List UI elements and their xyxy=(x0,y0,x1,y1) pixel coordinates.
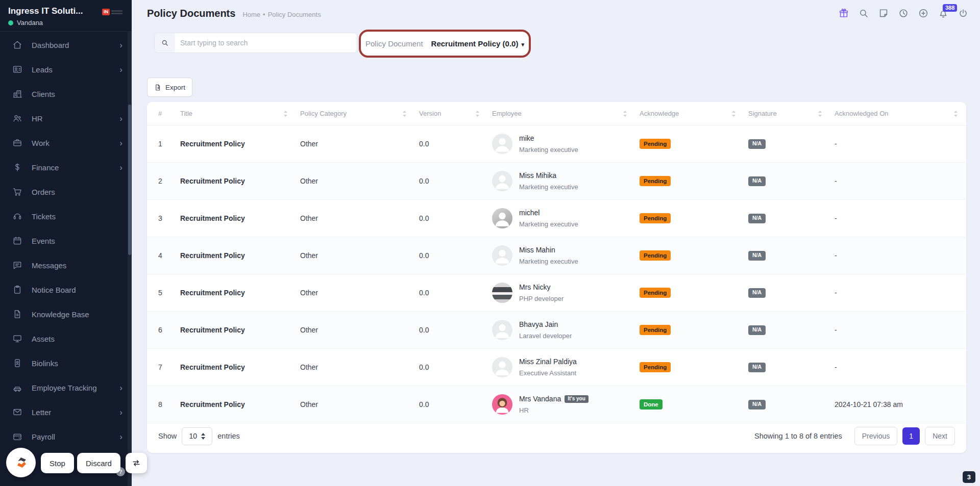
column-header[interactable]: Version xyxy=(415,110,488,117)
signature-badge: N/A xyxy=(748,400,766,410)
sidebar-item[interactable]: Notice Board › xyxy=(0,277,132,302)
avatar xyxy=(492,134,512,154)
sidebar-item[interactable]: Leads › xyxy=(0,57,132,82)
policy-title: Recruitment Policy xyxy=(176,289,296,297)
sidebar-item[interactable]: Dashboard › xyxy=(0,33,132,57)
employee-name[interactable]: Mrs Nicky xyxy=(519,283,550,291)
sidebar-item[interactable]: Finance › xyxy=(0,155,132,180)
employee-name[interactable]: michel xyxy=(519,209,540,217)
table-row[interactable]: 1 Recruitment Policy Other 0.0 mike Mark… xyxy=(147,125,966,163)
stop-button[interactable]: Stop xyxy=(41,453,74,473)
swap-arrows-button[interactable] xyxy=(126,453,147,473)
entries-summary: Showing 1 to 8 of 8 entries xyxy=(754,432,842,440)
policy-document-dropdown[interactable]: Policy Document Recruitment Policy (0.0)… xyxy=(359,30,531,58)
sidebar-item-label: Employee Tracking xyxy=(32,383,119,392)
sidebar-item[interactable]: Tickets › xyxy=(0,204,132,228)
sidebar-item-label: Work xyxy=(32,139,119,147)
acknowledge-badge: Pending xyxy=(640,176,671,186)
column-header[interactable]: # xyxy=(147,110,176,117)
employee-name[interactable]: Bhavya Jain xyxy=(519,320,558,328)
events-icon xyxy=(12,236,22,246)
sidebar-item[interactable]: Letter › xyxy=(0,400,132,424)
table-row[interactable]: 5 Recruitment Policy Other 0.0 Mrs Nicky… xyxy=(147,274,966,312)
power-icon[interactable] xyxy=(958,8,969,19)
history-icon[interactable] xyxy=(898,8,909,19)
policy-title: Recruitment Policy xyxy=(176,326,296,334)
its-you-badge: It's you xyxy=(565,395,589,403)
sidebar-item-label: Notice Board xyxy=(32,286,122,294)
column-header[interactable]: Signature xyxy=(744,110,830,117)
row-number: 2 xyxy=(147,177,176,185)
notes-icon[interactable] xyxy=(878,8,889,19)
employee-name[interactable]: mike xyxy=(519,134,534,142)
sidebar-item[interactable]: Employee Tracking › xyxy=(0,375,132,400)
table-footer: Show 10 entries Showing 1 to 8 of 8 entr… xyxy=(147,419,966,453)
employee-name[interactable]: Mrs Vandana xyxy=(519,395,561,403)
sidebar-item-label: Leads xyxy=(32,65,119,74)
column-header[interactable]: Acknowledge xyxy=(635,110,744,117)
add-icon[interactable] xyxy=(918,8,929,19)
page-size-select[interactable]: 10 xyxy=(182,427,212,445)
table-row[interactable]: 8 Recruitment Policy Other 0.0 Mrs Vanda… xyxy=(147,386,966,423)
employee-role: PHP developer xyxy=(519,295,564,302)
sidebar-item[interactable]: Knowledge Base › xyxy=(0,302,132,326)
next-page-button[interactable]: Next xyxy=(925,427,955,445)
policy-category: Other xyxy=(296,251,415,260)
table-row[interactable]: 7 Recruitment Policy Other 0.0 Miss Zina… xyxy=(147,349,966,386)
page-1-button[interactable]: 1 xyxy=(902,427,920,445)
table-row[interactable]: 4 Recruitment Policy Other 0.0 Miss Mahi… xyxy=(147,237,966,274)
sidebar-item[interactable]: Biolinks › xyxy=(0,351,132,375)
sidebar-item[interactable]: Orders › xyxy=(0,180,132,204)
notification-bell-icon[interactable]: 388 xyxy=(938,8,949,19)
column-header[interactable]: Title xyxy=(176,110,296,117)
acknowledged-on: - xyxy=(830,289,966,297)
column-header[interactable]: Employee xyxy=(488,110,635,117)
sort-icon[interactable] xyxy=(623,110,627,117)
employee-name[interactable]: Miss Mahin xyxy=(519,246,555,254)
employee-cell: Miss Zinal Paldiya Executive Assistant xyxy=(488,357,635,377)
sort-icon[interactable] xyxy=(283,110,288,117)
column-header[interactable]: Acknowledged On xyxy=(830,110,966,117)
table-row[interactable]: 3 Recruitment Policy Other 0.0 michel Ma… xyxy=(147,200,966,237)
signature-badge: N/A xyxy=(748,214,766,223)
sidebar-item[interactable]: Assets › xyxy=(0,326,132,351)
employee-name[interactable]: Miss Mihika xyxy=(519,171,556,180)
breadcrumb-home[interactable]: Home xyxy=(242,11,260,18)
policy-category: Other xyxy=(296,363,415,371)
gift-icon[interactable] xyxy=(838,8,849,19)
column-header[interactable]: Policy Category xyxy=(296,110,415,117)
acknowledged-on: - xyxy=(830,251,966,260)
policy-version: 0.0 xyxy=(415,289,488,297)
sidebar-item[interactable]: Payroll › xyxy=(0,424,132,449)
policy-title: Recruitment Policy xyxy=(176,251,296,260)
recorder-logo-button[interactable] xyxy=(6,448,36,477)
row-number: 6 xyxy=(147,326,176,334)
previous-page-button[interactable]: Previous xyxy=(854,427,897,445)
search-icon[interactable] xyxy=(858,8,869,19)
sidebar-item[interactable]: Messages › xyxy=(0,253,132,277)
policy-document-value[interactable]: Recruitment Policy (0.0)▾ xyxy=(431,39,524,48)
clients-icon xyxy=(12,89,22,99)
sort-icon[interactable] xyxy=(953,110,958,117)
discard-button[interactable]: Discard xyxy=(77,453,120,473)
sidebar-item[interactable]: Work › xyxy=(0,131,132,155)
export-button[interactable]: Export xyxy=(147,78,192,97)
sidebar-item[interactable]: Events › xyxy=(0,228,132,253)
sidebar-scrollbar-thumb[interactable] xyxy=(128,105,131,255)
sidebar-item[interactable]: Clients › xyxy=(0,82,132,106)
sidebar-item[interactable]: HR › xyxy=(0,106,132,131)
sort-icon[interactable] xyxy=(731,110,736,117)
employee-name[interactable]: Miss Zinal Paldiya xyxy=(519,357,577,366)
sidebar-scrollbar-track[interactable] xyxy=(128,32,132,486)
sort-icon[interactable] xyxy=(402,110,407,117)
signature-cell: N/A xyxy=(744,139,830,148)
topbar: Policy Documents Home•Policy Documents xyxy=(132,0,980,27)
table-row[interactable]: 6 Recruitment Policy Other 0.0 Bhavya Ja… xyxy=(147,312,966,349)
work-icon xyxy=(12,138,22,148)
workspace-switcher[interactable]: Ingress IT Soluti... Vandana IN xyxy=(0,0,132,32)
sort-icon[interactable] xyxy=(818,110,822,117)
sort-icon[interactable] xyxy=(475,110,480,117)
table-row[interactable]: 2 Recruitment Policy Other 0.0 Miss Mihi… xyxy=(147,163,966,200)
avatar xyxy=(492,357,512,377)
search-input[interactable] xyxy=(175,39,357,47)
